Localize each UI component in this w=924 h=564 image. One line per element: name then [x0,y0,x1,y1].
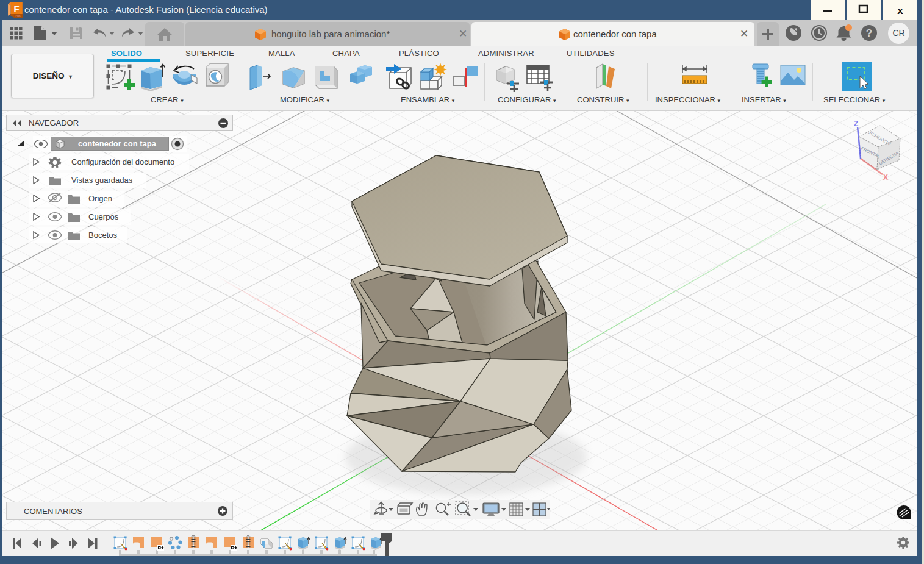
svg-text:?: ? [866,27,872,39]
svg-text:Z: Z [854,120,858,128]
svg-text:x: x [897,5,903,16]
svg-text:FUS: FUS [16,15,21,18]
svg-text:X: X [883,173,888,182]
svg-text:F: F [14,4,20,14]
